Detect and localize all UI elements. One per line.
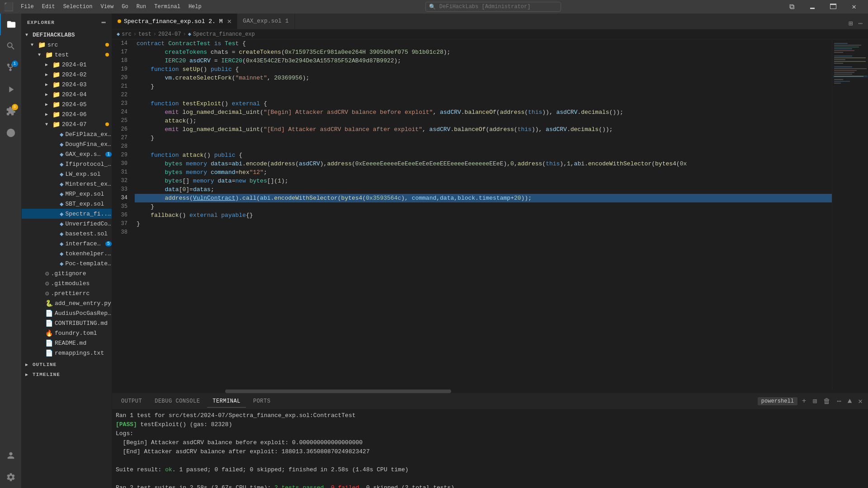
app-icon: ⬛ — [4, 2, 14, 12]
tree-file-sbt[interactable]: ▶ ◆ SBT_exp.sol — [22, 199, 112, 209]
breadcrumb-file[interactable]: Spectra_finance_exp — [193, 31, 255, 38]
tree-folder-2024-04[interactable]: ▶ 📁 2024-04 — [22, 89, 112, 99]
tree-file-defiplaza[interactable]: ▶ ◆ DeFiPlaza_exp.sol — [22, 129, 112, 139]
tree-file-ifiprotocol[interactable]: ▶ ◆ Ifiprotocol_exp.sol — [22, 159, 112, 169]
extensions-activity-icon[interactable]: 8 — [0, 100, 22, 122]
tree-file-gax[interactable]: ▶ ◆ GAX_exp.sol 1 — [22, 149, 112, 159]
menu-bar: File Edit Selection View Go Run Terminal… — [17, 2, 205, 12]
layout-button[interactable]: ⧉ — [781, 0, 802, 14]
search-input[interactable] — [425, 2, 561, 12]
hscroll-thumb[interactable] — [225, 389, 451, 393]
breadcrumb-2024-07[interactable]: 2024-07 — [158, 31, 181, 38]
panel-tabs: OUTPUT DEBUG CONSOLE TERMINAL PORTS powe… — [112, 394, 868, 409]
breadcrumb-src[interactable]: src — [122, 31, 132, 38]
minimize-button[interactable]: 🗕 — [802, 0, 823, 14]
tree-file-gitmodules[interactable]: ▶ ⚙ .gitmodules — [22, 278, 112, 288]
outline-section[interactable]: ▶ OUTLINE — [22, 360, 112, 370]
terminal-line-2: [PASS] testExploit() (gas: 82328) — [116, 420, 864, 429]
tree-file-lw[interactable]: ▶ ◆ LW_exp.sol — [22, 169, 112, 179]
menu-selection[interactable]: Selection — [60, 2, 96, 12]
tree-file-readme[interactable]: ▶ 📄 README.md — [22, 338, 112, 348]
code-line-32: 32 bytes[] memory data=new bytes[](1); — [112, 177, 832, 185]
tree-file-doughfina[interactable]: ▶ ◆ DoughFina_exp.sol — [22, 139, 112, 149]
tab-close-spectra[interactable]: ✕ — [227, 17, 231, 26]
tree-file-minterest[interactable]: ▶ ◆ Minterest_exp.sol — [22, 179, 112, 189]
account-icon[interactable] — [0, 445, 22, 466]
svg-rect-15 — [834, 70, 857, 71]
tree-folder-2024-07[interactable]: ▼ 📁 2024-07 — [22, 119, 112, 129]
terminal-line-6 — [116, 456, 864, 465]
extensions-badge: 8 — [12, 104, 18, 110]
breadcrumb-test[interactable]: test — [138, 31, 151, 38]
tree-file-spectra[interactable]: ▶ ◆ Spectra_fi... 2. M — [22, 209, 112, 219]
git-lens-icon[interactable] — [0, 122, 22, 144]
tab-right-controls: ⊞ ⋯ — [847, 18, 868, 29]
more-panel-button[interactable]: ⋯ — [835, 396, 843, 407]
tree-folder-src[interactable]: ▼ 📁 src — [22, 40, 112, 50]
tree-file-foundry[interactable]: ▶ 🔥 foundry.toml — [22, 328, 112, 338]
content-area: Spectra_finance_exp.sol 2. M ✕ GAX_exp.s… — [112, 14, 868, 488]
tree-file-add-new-entry[interactable]: ▶ 🐍 add_new_entry.py — [22, 298, 112, 308]
sidebar-more-button[interactable]: ⋯ — [101, 18, 106, 27]
code-editor[interactable]: 14 contract ContractTest is Test { 17 cr… — [112, 39, 832, 389]
close-button[interactable]: ✕ — [844, 0, 864, 14]
explorer-activity-icon[interactable] — [0, 14, 22, 35]
menu-file[interactable]: File — [17, 2, 38, 12]
tree-file-remappings[interactable]: ▶ 📄 remappings.txt — [22, 348, 112, 358]
menu-run[interactable]: Run — [133, 2, 150, 12]
panel-tab-terminal[interactable]: TERMINAL — [207, 395, 246, 408]
kill-terminal-button[interactable]: 🗑 — [821, 396, 832, 407]
tree-file-interface[interactable]: ▶ ◆ interface.sol 5 — [22, 239, 112, 249]
titlebar-center: 🔍 — [209, 2, 778, 12]
more-actions-button[interactable]: ⋯ — [856, 18, 864, 29]
code-line-19: 19 function setUp() public { — [112, 65, 832, 74]
timeline-section[interactable]: ▶ TIMELINE — [22, 370, 112, 380]
terminal-content[interactable]: Ran 1 test for src/test/2024-07/Spectra_… — [112, 409, 868, 488]
source-control-activity-icon[interactable]: 1 — [0, 57, 22, 79]
tab-gax[interactable]: GAX_exp.sol 1 — [237, 14, 294, 29]
code-line-18: 18 IERC20 asdCRV = IERC20(0x43E54C2E7b3e… — [112, 56, 832, 65]
horizontal-scrollbar[interactable] — [112, 389, 868, 393]
code-line-23: 23 function testExploit() external { — [112, 99, 832, 108]
tree-folder-2024-02[interactable]: ▶ 📁 2024-02 — [22, 70, 112, 80]
code-line-29: 29 function attack() public { — [112, 151, 832, 160]
tree-file-prettierrc[interactable]: ▶ ⚙ .prettierrc — [22, 288, 112, 298]
maximize-panel-button[interactable]: ▲ — [846, 396, 854, 406]
code-line-35: 35 } — [112, 202, 832, 211]
tree-file-basetest[interactable]: ▶ ◆ basetest.sol — [22, 229, 112, 239]
close-panel-button[interactable]: ✕ — [856, 396, 864, 407]
tree-root-defihacklabs[interactable]: ▼ DEFIHACKLABS — [22, 30, 112, 40]
split-editor-button[interactable]: ⊞ — [847, 18, 855, 29]
split-terminal-button[interactable]: ⊞ — [811, 396, 819, 407]
main-layout: 1 8 EXPLORER ⋯ ▼ DEFIHACKLABS — [0, 14, 868, 488]
tree-folder-2024-06[interactable]: ▶ 📁 2024-06 — [22, 109, 112, 119]
tree-file-contributing[interactable]: ▶ 📄 CONTRIBUTING.md — [22, 318, 112, 328]
tree-file-audius[interactable]: ▶ 📄 AudiusPocGasReport... — [22, 308, 112, 318]
panel-tab-output[interactable]: OUTPUT — [116, 395, 147, 407]
menu-go[interactable]: Go — [118, 2, 132, 12]
menu-edit[interactable]: Edit — [38, 2, 59, 12]
tree-file-poc-template[interactable]: ▶ ◆ Poc-template.sol — [22, 258, 112, 268]
editor-area: 14 contract ContractTest is Test { 17 cr… — [112, 39, 868, 389]
code-line-34: 34 address(VulnContract).call(abi.encode… — [112, 194, 832, 202]
add-terminal-button[interactable]: + — [800, 396, 808, 406]
maximize-button[interactable]: 🗖 — [823, 0, 844, 14]
settings-icon[interactable] — [0, 466, 22, 488]
tree-file-mrp[interactable]: ▶ ◆ MRP_exp.sol — [22, 189, 112, 199]
tree-file-unverified[interactable]: ▶ ◆ UnverifiedContr... — [22, 219, 112, 229]
tab-spectra[interactable]: Spectra_finance_exp.sol 2. M ✕ — [112, 14, 237, 29]
tree-folder-test[interactable]: ▼ 📁 test — [22, 50, 112, 60]
menu-view[interactable]: View — [97, 2, 117, 12]
svg-rect-8 — [834, 56, 852, 56]
panel-tab-ports[interactable]: PORTS — [248, 395, 276, 407]
tree-file-gitignore[interactable]: ▶ ⚙ .gitignore — [22, 268, 112, 278]
panel-tab-debug[interactable]: DEBUG CONSOLE — [149, 395, 205, 407]
tree-file-tokenhelper[interactable]: ▶ ◆ tokenhelper.sol — [22, 249, 112, 258]
menu-terminal[interactable]: Terminal — [151, 2, 184, 12]
tree-folder-2024-05[interactable]: ▶ 📁 2024-05 — [22, 99, 112, 109]
menu-help[interactable]: Help — [185, 2, 205, 12]
tree-folder-2024-03[interactable]: ▶ 📁 2024-03 — [22, 80, 112, 89]
search-activity-icon[interactable] — [0, 35, 22, 57]
tree-folder-2024-01[interactable]: ▶ 📁 2024-01 — [22, 60, 112, 70]
run-debug-activity-icon[interactable] — [0, 79, 22, 100]
